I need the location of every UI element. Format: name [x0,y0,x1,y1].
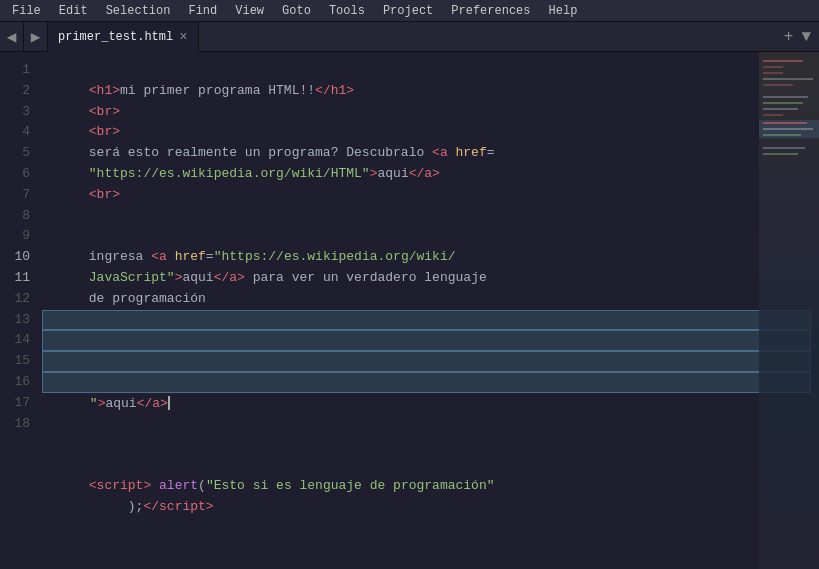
minimap-content [759,52,819,569]
line-num-4: 4 [0,122,38,143]
minimap [759,52,819,569]
line-num-11: 11 [0,268,38,289]
code-line-13 [42,414,811,435]
code-line-15b: );</script> [42,476,811,497]
svg-rect-11 [763,128,813,130]
code-line-16 [42,497,811,518]
menu-preferences[interactable]: Preferences [443,2,538,20]
code-line-11b: href="https://developer.mozilla.org/es/d… [42,351,811,372]
svg-rect-1 [763,66,783,68]
line-num-18: 18 [0,414,38,435]
code-line-11a: Dicen que la practica hace al maestro, i… [42,330,811,351]
code-line-3: <br> [42,102,811,123]
line-num-7: 7 [0,185,38,206]
code-line-12 [42,393,811,414]
tab-list-button[interactable]: ▼ [797,26,815,48]
code-line-8: ingresa <a href="https://es.wikipedia.or… [42,226,811,247]
line-num-12: 12 [0,289,38,310]
code-line-4b: "https://es.wikipedia.org/wiki/HTML">aqu… [42,143,811,164]
svg-rect-6 [763,102,803,104]
code-line-9: <br> [42,289,811,310]
code-line-11c: ">aqui</a> [42,372,811,393]
line-num-9: 9 [0,226,38,247]
svg-rect-3 [763,78,813,80]
line-num-6: 6 [0,164,38,185]
menu-help[interactable]: Help [541,2,586,20]
svg-rect-0 [763,60,803,62]
svg-rect-13 [763,147,805,149]
code-line-5: <br> [42,164,811,185]
code-line-17 [42,518,811,539]
line-num-13: 13 [0,310,38,331]
svg-rect-14 [763,153,798,155]
code-line-15: <script> alert("Esto si es lenguaje de p… [42,455,811,476]
svg-rect-2 [763,72,783,74]
svg-rect-5 [763,96,808,98]
svg-rect-7 [763,108,798,110]
line-num-10: 10 [0,247,38,268]
code-line-14 [42,434,811,455]
code-line-1: <h1>mi primer programa HTML!!</h1> [42,60,811,81]
svg-rect-12 [763,134,801,136]
code-line-7 [42,206,811,227]
svg-rect-4 [763,84,793,86]
svg-rect-10 [763,122,807,124]
menu-tools[interactable]: Tools [321,2,373,20]
code-line-2: <br> [42,81,811,102]
line-num-3: 3 [0,102,38,123]
new-tab-button[interactable]: + [780,26,798,48]
editor: 1 2 3 4 5 6 7 8 9 10 11 12 13 14 15 16 1… [0,52,819,569]
tab-nav-left[interactable]: ◀ [0,22,24,52]
code-line-4: será esto realmente un programa? Descubr… [42,122,811,143]
tab-label: primer_test.html [58,30,173,44]
line-num-17: 17 [0,393,38,414]
line-num-14: 14 [0,330,38,351]
menu-view[interactable]: View [227,2,272,20]
tabbar: ◀ ▶ primer_test.html × + ▼ [0,22,819,52]
code-area[interactable]: <h1>mi primer programa HTML!!</h1> <br> … [38,52,819,569]
line-num-15: 15 [0,351,38,372]
menu-project[interactable]: Project [375,2,441,20]
line-num-1: 1 [0,60,38,81]
code-line-8b: JavaScript">aqui</a> para ver un verdade… [42,247,811,268]
menu-selection[interactable]: Selection [98,2,179,20]
line-num-16: 16 [0,372,38,393]
menubar: File Edit Selection Find View Goto Tools… [0,0,819,22]
menu-find[interactable]: Find [180,2,225,20]
line-num-8: 8 [0,206,38,227]
tab-close-icon[interactable]: × [179,30,187,44]
code-line-18 [42,538,811,559]
menu-file[interactable]: File [4,2,49,20]
tab-nav-right[interactable]: ▶ [24,22,48,52]
svg-rect-8 [763,114,783,116]
tab-actions: + ▼ [780,26,819,48]
menu-goto[interactable]: Goto [274,2,319,20]
code-line-6 [42,185,811,206]
code-line-10: <h1>TE DEJO ETIQUETAS EN HTML</h1> [42,310,811,331]
line-num-5: 5 [0,143,38,164]
code-line-8c: de programación [42,268,811,289]
menu-edit[interactable]: Edit [51,2,96,20]
line-numbers: 1 2 3 4 5 6 7 8 9 10 11 12 13 14 15 16 1… [0,52,38,569]
tab-primer-test[interactable]: primer_test.html × [48,22,199,52]
line-num-2: 2 [0,81,38,102]
